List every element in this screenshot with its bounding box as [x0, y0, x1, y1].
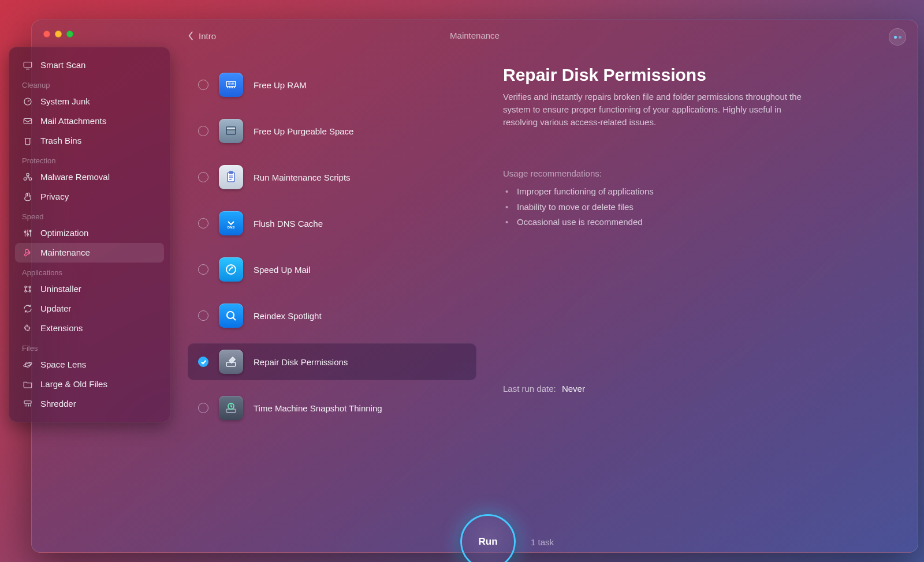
svg-point-3: [27, 177, 29, 178]
task-free-up-ram[interactable]: RAM Free Up RAM: [188, 66, 476, 103]
svg-point-11: [29, 286, 31, 288]
task-label: Time Machine Snapshot Thinning: [254, 403, 382, 413]
sidebar-item-large-old-files[interactable]: Large & Old Files: [15, 374, 164, 394]
sidebar-item-shredder[interactable]: Shredder: [15, 394, 164, 414]
sidebar-item-updater[interactable]: Updater: [15, 299, 164, 319]
svg-point-12: [25, 290, 27, 292]
sidebar-item-label: Smart Scan: [40, 60, 85, 70]
sidebar-item-extensions[interactable]: Extensions: [15, 319, 164, 338]
task-checkbox[interactable]: [198, 264, 208, 275]
task-checkbox[interactable]: [198, 310, 208, 321]
svg-point-24: [226, 265, 236, 274]
sidebar-item-maintenance[interactable]: Maintenance: [15, 243, 164, 263]
dot-icon: [899, 36, 901, 39]
refresh-icon: [22, 303, 33, 314]
shredder-icon: [22, 398, 33, 410]
task-label: Repair Disk Permissions: [254, 357, 348, 367]
svg-rect-27: [226, 409, 236, 413]
mail-icon: [22, 115, 33, 127]
task-reindex-spotlight[interactable]: Reindex Spotlight: [188, 297, 476, 334]
svg-rect-2: [24, 119, 32, 124]
sidebar-item-space-lens[interactable]: Space Lens: [15, 355, 164, 374]
sidebar-item-label: Large & Old Files: [40, 379, 107, 389]
svg-point-4: [27, 173, 29, 176]
svg-point-6: [29, 178, 32, 181]
time-machine-icon: [219, 396, 243, 420]
svg-rect-22: [229, 171, 233, 174]
detail-description: Verifies and instantly repairs broken fi…: [503, 91, 803, 128]
sidebar-section-protection: Protection: [15, 151, 164, 167]
close-window-button[interactable]: [43, 31, 50, 38]
sidebar-item-trash-bins[interactable]: Trash Bins: [15, 131, 164, 151]
back-label: Intro: [199, 31, 216, 41]
task-speed-up-mail[interactable]: Speed Up Mail: [188, 251, 476, 288]
task-checkbox[interactable]: [198, 126, 208, 136]
task-free-up-purgeable[interactable]: Free Up Purgeable Space: [188, 113, 476, 149]
task-flush-dns-cache[interactable]: DNS Flush DNS Cache: [188, 205, 476, 242]
sidebar-item-label: Uninstaller: [40, 284, 81, 294]
ram-icon: RAM: [219, 73, 243, 97]
wrench-icon: [22, 247, 33, 258]
trash-icon: [22, 135, 33, 147]
run-button-label: Run: [478, 536, 497, 548]
task-repair-disk-permissions[interactable]: Repair Disk Permissions: [188, 343, 476, 380]
sidebar-item-smart-scan[interactable]: Smart Scan: [15, 55, 164, 75]
sidebar-item-label: System Junk: [40, 96, 90, 107]
disk-wrench-icon: [219, 350, 243, 374]
sliders-icon: [22, 227, 33, 239]
task-time-machine-thinning[interactable]: Time Machine Snapshot Thinning: [188, 389, 476, 426]
back-button[interactable]: Intro: [188, 31, 216, 41]
svg-rect-16: [24, 401, 31, 404]
sidebar-item-label: Updater: [40, 304, 71, 314]
sidebar-item-system-junk[interactable]: System Junk: [15, 92, 164, 111]
svg-point-10: [25, 286, 27, 288]
sidebar-item-optimization[interactable]: Optimization: [15, 223, 164, 243]
sidebar-item-label: Extensions: [40, 323, 83, 334]
hand-icon: [22, 191, 33, 203]
sidebar-item-privacy[interactable]: Privacy: [15, 187, 164, 207]
window-controls: [43, 31, 73, 38]
sidebar-item-label: Privacy: [40, 192, 69, 202]
svg-rect-20: [226, 127, 236, 130]
minimize-window-button[interactable]: [55, 31, 62, 38]
zoom-window-button[interactable]: [66, 31, 73, 38]
svg-point-13: [29, 290, 31, 292]
sidebar-section-applications: Applications: [15, 263, 164, 279]
sidebar-item-uninstaller[interactable]: Uninstaller: [15, 279, 164, 299]
run-button[interactable]: Run: [460, 514, 516, 562]
recommendation-item: Inability to move or delete files: [503, 200, 895, 215]
dns-icon: DNS: [219, 211, 243, 235]
svg-text:DNS: DNS: [228, 226, 235, 229]
task-checkbox[interactable]: [198, 357, 208, 367]
recommendations-label: Usage recommendations:: [503, 168, 895, 178]
task-checkbox[interactable]: [198, 172, 208, 182]
task-checkbox[interactable]: [198, 218, 208, 228]
task-label: Run Maintenance Scripts: [254, 173, 351, 182]
sidebar-item-malware-removal[interactable]: Malware Removal: [15, 167, 164, 187]
task-label: Speed Up Mail: [254, 265, 310, 275]
page-title: Maintenance: [450, 31, 500, 40]
sidebar-item-label: Optimization: [40, 228, 88, 238]
task-checkbox[interactable]: [198, 403, 208, 413]
task-run-maintenance-scripts[interactable]: Run Maintenance Scripts: [188, 159, 476, 196]
sidebar-item-label: Maintenance: [40, 248, 90, 258]
gauge-icon: [22, 96, 33, 107]
task-label: Free Up Purgeable Space: [254, 126, 353, 136]
task-list: RAM Free Up RAM Free Up Purgeable Space …: [188, 66, 476, 426]
assistant-button[interactable]: [889, 28, 906, 46]
lastrun-label: Last run date:: [503, 384, 556, 394]
sidebar-item-label: Malware Removal: [40, 172, 110, 182]
mail-speed-icon: [219, 257, 243, 282]
recommendations-list: Improper functioning of applications Ina…: [503, 184, 895, 230]
task-checkbox[interactable]: [198, 80, 208, 90]
sidebar-item-label: Shredder: [40, 399, 76, 409]
task-label: Free Up RAM: [254, 80, 307, 90]
sidebar-item-label: Trash Bins: [40, 136, 81, 146]
search-icon: [219, 304, 243, 328]
task-label: Reindex Spotlight: [254, 311, 322, 321]
app-window: Intro Maintenance Smart Scan Cleanup Sys…: [31, 20, 918, 553]
sidebar-item-mail-attachments[interactable]: Mail Attachments: [15, 111, 164, 131]
task-count: 1 task: [531, 537, 554, 547]
apps-icon: [22, 283, 33, 295]
detail-title: Repair Disk Permissions: [503, 65, 895, 85]
